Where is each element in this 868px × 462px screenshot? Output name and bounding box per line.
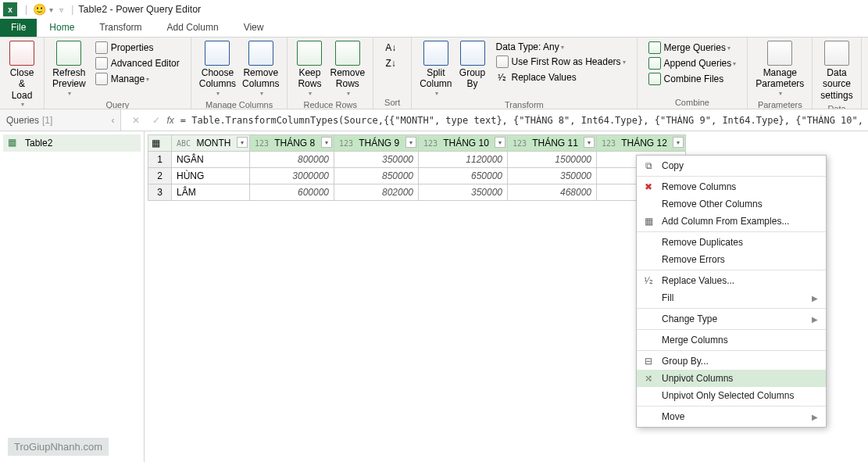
advanced-editor-button[interactable]: Advanced Editor: [92, 56, 183, 70]
table-row[interactable]: 2 HÙNG 3000000 850000 650000 350000: [148, 168, 686, 184]
column-header-month[interactable]: ABC MONTH ▾: [172, 135, 250, 152]
filter-button[interactable]: ▾: [584, 137, 595, 148]
cell[interactable]: LÂM: [172, 184, 250, 201]
filter-button[interactable]: ▾: [321, 137, 332, 148]
menu-copy[interactable]: ⧉ Copy: [637, 157, 826, 174]
filter-button[interactable]: ▾: [405, 137, 416, 148]
cell[interactable]: 600000: [250, 184, 334, 201]
grid-corner-icon[interactable]: ▦: [148, 135, 172, 152]
group-by-label: Group By: [459, 67, 485, 90]
choose-columns-button[interactable]: Choose Columns ▾: [196, 39, 239, 98]
close-load-button[interactable]: Close & Load ▾: [5, 39, 39, 109]
filter-button[interactable]: ▾: [673, 137, 684, 148]
formula-input[interactable]: = Table.TransformColumnTypes(Source,{{"M…: [180, 115, 863, 126]
table-icon: ▦: [8, 137, 20, 149]
menu-fill[interactable]: Fill ▶: [637, 289, 826, 306]
cancel-formula-icon[interactable]: ✕: [128, 113, 144, 128]
menu-move[interactable]: Move ▶: [637, 408, 826, 425]
column-header-thang9[interactable]: 123 THÁNG 9 ▾: [334, 135, 419, 152]
table-row[interactable]: 3 LÂM 600000 802000 350000 468000: [148, 184, 686, 201]
column-header-thang8[interactable]: 123 THÁNG 8 ▾: [250, 135, 334, 152]
filter-button[interactable]: ▾: [237, 137, 248, 148]
chevron-down-icon: ▾: [309, 90, 312, 98]
group-label-data-sources: Data Sources: [817, 102, 855, 109]
replace-icon: ¹⁄₂: [641, 274, 655, 288]
qat-overflow-icon[interactable]: ▿: [59, 5, 63, 14]
refresh-label: Refresh Preview: [52, 67, 86, 90]
table-row[interactable]: 1 NGÂN 800000 350000 1120000 1500000: [148, 152, 686, 168]
tab-view[interactable]: View: [231, 19, 277, 37]
split-column-label: Split Column: [420, 67, 452, 90]
chevron-right-icon: ▶: [812, 315, 818, 324]
first-row-label: Use First Row as Headers: [512, 56, 621, 67]
cell[interactable]: NGÂN: [172, 152, 250, 168]
sort-desc-button[interactable]: Z↓: [381, 56, 403, 70]
first-row-headers-button[interactable]: Use First Row as Headers ▾: [493, 55, 629, 69]
group-by-button[interactable]: Group By: [455, 39, 490, 91]
menu-add-column-from-examples[interactable]: ▦ Add Column From Examples...: [637, 213, 826, 230]
keep-rows-button[interactable]: Keep Rows ▾: [292, 39, 327, 98]
menu-unpivot-selected[interactable]: Unpivot Only Selected Columns: [637, 387, 826, 404]
menu-change-type[interactable]: Change Type ▶: [637, 310, 826, 328]
remove-columns-button[interactable]: Remove Columns ▾: [239, 39, 282, 98]
collapse-panel-icon[interactable]: ‹: [111, 115, 114, 126]
manage-parameters-button[interactable]: Manage Parameters ▾: [752, 39, 807, 98]
refresh-preview-button[interactable]: Refresh Preview ▾: [49, 39, 89, 98]
chevron-down-icon: ▾: [216, 90, 220, 98]
cell[interactable]: 350000: [419, 184, 508, 201]
advanced-editor-label: Advanced Editor: [111, 58, 180, 69]
column-header-thang10[interactable]: 123 THÁNG 10 ▾: [419, 135, 508, 152]
close-load-icon: [9, 41, 34, 66]
accept-formula-icon[interactable]: ✓: [148, 113, 164, 128]
cell[interactable]: 1500000: [508, 152, 597, 168]
combine-files-label: Combine Files: [664, 73, 724, 84]
append-queries-button[interactable]: Append Queries ▾: [645, 56, 740, 70]
sort-desc-icon: Z↓: [384, 57, 397, 70]
column-header-thang12[interactable]: 123 THÁNG 12 ▾: [597, 135, 686, 152]
cell[interactable]: 650000: [419, 168, 508, 184]
data-type-button[interactable]: Data Type: Any ▾: [493, 41, 629, 53]
menu-label: Copy: [662, 160, 684, 171]
menu-remove-duplicates[interactable]: Remove Duplicates: [637, 234, 826, 251]
sort-asc-button[interactable]: A↓: [381, 41, 403, 55]
menu-remove-columns[interactable]: ✖ Remove Columns: [637, 178, 826, 195]
cell[interactable]: HÙNG: [172, 168, 250, 184]
replace-values-button[interactable]: ¹⁄₂ Replace Values: [493, 70, 629, 84]
refresh-icon: [56, 41, 81, 66]
data-source-settings-button[interactable]: Data source settings: [817, 39, 855, 102]
menu-group-by[interactable]: ⊟ Group By...: [637, 353, 826, 370]
cell[interactable]: 800000: [250, 152, 334, 168]
cell[interactable]: 802000: [334, 184, 419, 201]
split-column-button[interactable]: Split Column ▾: [416, 39, 455, 98]
cell[interactable]: 1120000: [419, 152, 508, 168]
combine-files-icon: [648, 73, 661, 85]
tab-add-column[interactable]: Add Column: [155, 19, 231, 37]
remove-rows-button[interactable]: Remove Rows ▾: [327, 39, 368, 98]
cell[interactable]: 468000: [508, 184, 597, 201]
group-label-transform: Transform: [416, 98, 631, 109]
chevron-down-icon[interactable]: ▾: [49, 5, 53, 14]
cell[interactable]: 850000: [334, 168, 419, 184]
smiley-icon[interactable]: 🙂: [32, 2, 46, 16]
menu-replace-values[interactable]: ¹⁄₂ Replace Values...: [637, 272, 826, 289]
merge-queries-button[interactable]: Merge Queries ▾: [645, 41, 740, 55]
menu-remove-other-columns[interactable]: Remove Other Columns: [637, 195, 826, 213]
combine-files-button[interactable]: Combine Files: [645, 72, 740, 86]
properties-button[interactable]: Properties: [92, 41, 183, 55]
cell[interactable]: 350000: [508, 168, 597, 184]
cell[interactable]: 3000000: [250, 168, 334, 184]
tab-transform[interactable]: Transform: [87, 19, 154, 37]
column-header-thang11[interactable]: 123 THÁNG 11 ▾: [508, 135, 597, 152]
menu-remove-errors[interactable]: Remove Errors: [637, 251, 826, 268]
menu-merge-columns[interactable]: Merge Columns: [637, 331, 826, 349]
manage-button[interactable]: Manage ▾: [92, 72, 183, 86]
type-number-icon: 123: [423, 139, 438, 148]
tab-file[interactable]: File: [0, 19, 37, 37]
filter-button[interactable]: ▾: [495, 137, 505, 148]
properties-label: Properties: [111, 42, 154, 53]
chevron-down-icon: ▾: [779, 90, 782, 98]
cell[interactable]: 350000: [334, 152, 419, 168]
query-item[interactable]: ▦ Table2: [3, 134, 141, 152]
tab-home[interactable]: Home: [37, 19, 87, 37]
menu-unpivot-columns[interactable]: ⤭ Unpivot Columns: [637, 370, 826, 387]
